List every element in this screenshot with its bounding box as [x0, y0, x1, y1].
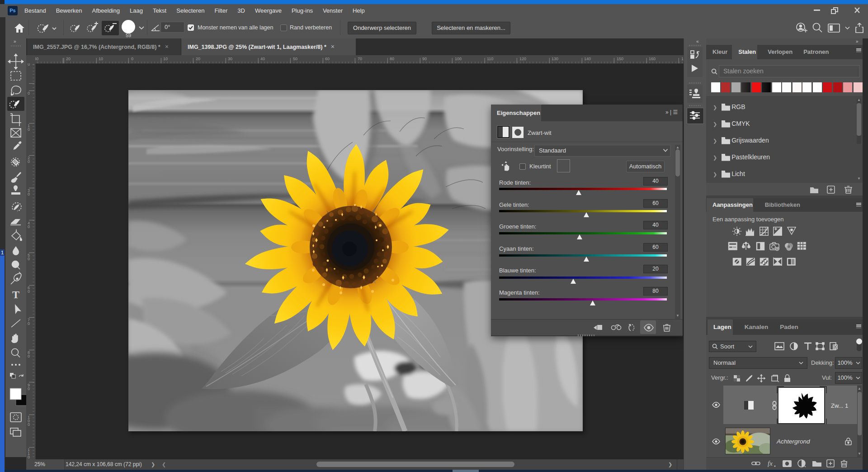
- svg-text:fx: fx: [768, 460, 773, 467]
- svg-text:T: T: [12, 289, 19, 300]
